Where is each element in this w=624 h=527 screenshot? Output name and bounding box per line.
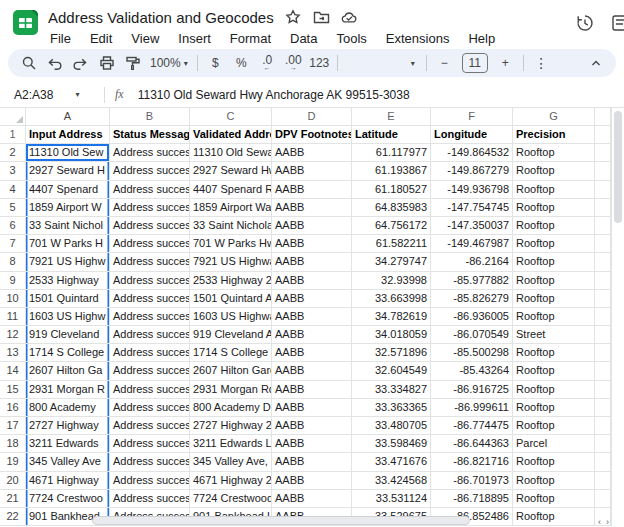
cell-C14[interactable]: 2607 Hilton Gard (190, 362, 272, 380)
font-family-dropdown[interactable]: ▾ (343, 51, 421, 75)
cell-partial[interactable] (595, 344, 611, 362)
decrease-font-size-button[interactable]: − (432, 51, 457, 75)
cell-B7[interactable]: Address success (110, 235, 190, 253)
cell-G8[interactable]: Rooftop (513, 253, 595, 271)
cell-partial[interactable] (595, 490, 611, 508)
cell-E18[interactable]: 33.598469 (352, 435, 431, 453)
menu-data[interactable]: Data (288, 30, 319, 47)
cell-D3[interactable]: AABB (272, 162, 352, 180)
cell-E20[interactable]: 33.424568 (352, 472, 431, 490)
percent-format-button[interactable]: % (229, 51, 254, 75)
menu-file[interactable]: File (48, 30, 73, 47)
cell-B16[interactable]: Address success (110, 399, 190, 417)
cell-partial[interactable] (595, 399, 611, 417)
formula-input[interactable]: 11310 Old Seward Hwy Anchorage AK 99515-… (138, 88, 410, 102)
cell-A16[interactable]: 800 Academy (26, 399, 110, 417)
scroll-right-icon[interactable]: › (606, 517, 609, 527)
cell-B11[interactable]: Address success (110, 308, 190, 326)
cell-A3[interactable]: 2927 Seward H (26, 162, 110, 180)
cell-E1[interactable]: Latitude (352, 126, 431, 144)
cell-partial[interactable] (595, 144, 611, 162)
more-formats-button[interactable]: 123 (307, 51, 332, 75)
cell-B21[interactable]: Address success (110, 490, 190, 508)
row-header-15[interactable]: 15 (0, 381, 26, 399)
row-header-17[interactable]: 17 (0, 417, 26, 435)
cell-A8[interactable]: 7921 US Highw (26, 253, 110, 271)
comments-icon[interactable] (610, 12, 624, 34)
collapse-toolbar-icon[interactable] (583, 51, 608, 75)
cell-D11[interactable]: AABB (272, 308, 352, 326)
cell-partial[interactable] (595, 326, 611, 344)
cell-G17[interactable]: Rooftop (513, 417, 595, 435)
cell-F3[interactable]: -149.867279 (431, 162, 513, 180)
cell-E2[interactable]: 61.117977 (352, 144, 431, 162)
cell-D10[interactable]: AABB (272, 290, 352, 308)
cell-B3[interactable]: Address success (110, 162, 190, 180)
cell-A2[interactable]: 11310 Old Sew (26, 144, 110, 162)
menu-tools[interactable]: Tools (334, 30, 368, 47)
cell-B20[interactable]: Address success (110, 472, 190, 490)
cell-B4[interactable]: Address success (110, 181, 190, 199)
cloud-status-icon[interactable] (341, 9, 358, 26)
cell-F18[interactable]: -86.644363 (431, 435, 513, 453)
cell-partial[interactable] (595, 235, 611, 253)
cell-partial[interactable] (595, 435, 611, 453)
undo-icon[interactable] (42, 51, 67, 75)
document-title[interactable]: Address Validation and Geocodes (48, 9, 274, 26)
cell-C19[interactable]: 345 Valley Ave, (190, 453, 272, 471)
row-header-13[interactable]: 13 (0, 344, 26, 362)
column-header-e[interactable]: E (352, 108, 431, 126)
cell-D7[interactable]: AABB (272, 235, 352, 253)
cell-D17[interactable]: AABB (272, 417, 352, 435)
cell-A11[interactable]: 1603 US Highw (26, 308, 110, 326)
row-header-18[interactable]: 18 (0, 435, 26, 453)
cell-B15[interactable]: Address success (110, 381, 190, 399)
cell-A12[interactable]: 919 Cleveland (26, 326, 110, 344)
cell-F7[interactable]: -149.467987 (431, 235, 513, 253)
row-header-14[interactable]: 14 (0, 362, 26, 380)
cell-E14[interactable]: 32.604549 (352, 362, 431, 380)
cell-partial[interactable] (595, 381, 611, 399)
more-toolbar-button[interactable]: ⋮ (529, 51, 554, 75)
cell-A6[interactable]: 33 Saint Nichol (26, 217, 110, 235)
cell-E4[interactable]: 61.180527 (352, 181, 431, 199)
cell-partial[interactable] (595, 199, 611, 217)
cell-D8[interactable]: AABB (272, 253, 352, 271)
cell-D13[interactable]: AABB (272, 344, 352, 362)
cell-partial[interactable] (595, 272, 611, 290)
cell-C6[interactable]: 33 Saint Nichola (190, 217, 272, 235)
cell-A15[interactable]: 2931 Morgan R (26, 381, 110, 399)
redo-icon[interactable] (68, 51, 93, 75)
cell-D16[interactable]: AABB (272, 399, 352, 417)
cell-B1[interactable]: Status Message (110, 126, 190, 144)
cell-partial[interactable] (595, 290, 611, 308)
cell-F17[interactable]: -86.774475 (431, 417, 513, 435)
row-header-4[interactable]: 4 (0, 181, 26, 199)
horizontal-scrollbar-thumb[interactable] (92, 516, 470, 525)
cell-partial[interactable] (595, 472, 611, 490)
cell-G21[interactable]: Rooftop (513, 490, 595, 508)
cell-G13[interactable]: Rooftop (513, 344, 595, 362)
cell-B8[interactable]: Address success (110, 253, 190, 271)
cell-F2[interactable]: -149.864532 (431, 144, 513, 162)
cell-F16[interactable]: -86.999611 (431, 399, 513, 417)
cell-F1[interactable]: Longitude (431, 126, 513, 144)
cell-C3[interactable]: 2927 Seward Hw (190, 162, 272, 180)
cell-D20[interactable]: AABB (272, 472, 352, 490)
menu-insert[interactable]: Insert (176, 30, 213, 47)
cell-C17[interactable]: 2727 Highway 2 (190, 417, 272, 435)
column-header-partial[interactable] (595, 108, 611, 126)
cell-E16[interactable]: 33.363365 (352, 399, 431, 417)
sheets-logo-icon[interactable] (12, 9, 39, 36)
cell-A9[interactable]: 2533 Highway (26, 272, 110, 290)
cell-G4[interactable]: Rooftop (513, 181, 595, 199)
row-header-19[interactable]: 19 (0, 453, 26, 471)
cell-C5[interactable]: 1859 Airport Wa (190, 199, 272, 217)
cell-B6[interactable]: Address success (110, 217, 190, 235)
cell-A17[interactable]: 2727 Highway (26, 417, 110, 435)
cell-F13[interactable]: -85.500298 (431, 344, 513, 362)
cell-E10[interactable]: 33.663998 (352, 290, 431, 308)
cell-A13[interactable]: 1714 S College (26, 344, 110, 362)
zoom-select[interactable]: 100% ▾ (146, 56, 192, 70)
name-box[interactable]: A2:A38 ▾ (14, 88, 102, 102)
